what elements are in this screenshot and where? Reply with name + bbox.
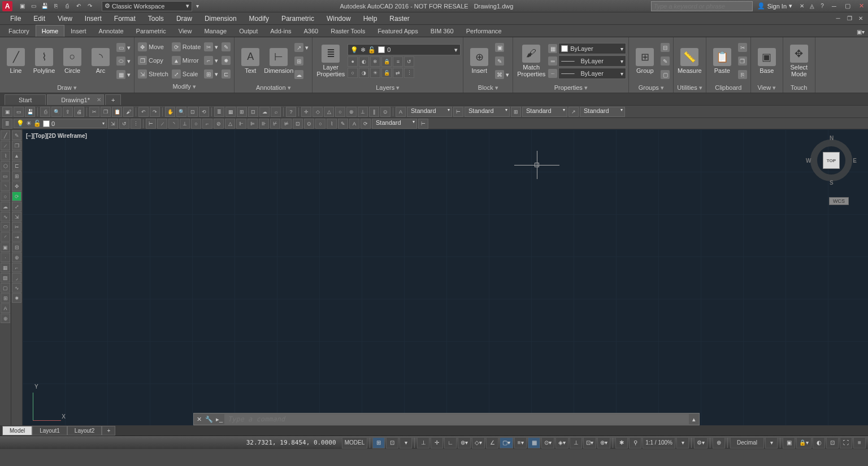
tb-open-icon[interactable]: ▭ [14, 107, 24, 117]
revcloud-button[interactable]: ☁ [293, 68, 310, 81]
grid-toggle[interactable]: ⊞ [372, 437, 385, 448]
panel-draw-title[interactable]: Draw [1, 84, 133, 92]
start-tab[interactable]: Start [5, 94, 46, 105]
annotation-visibility-toggle[interactable]: ✱ [615, 437, 628, 448]
tab-view[interactable]: View [172, 25, 198, 37]
dim-jog-icon[interactable]: ⌐ [202, 119, 212, 129]
tb-match-icon[interactable]: 🖌 [123, 107, 133, 117]
dim-arc-icon[interactable]: ◝ [168, 119, 179, 129]
tab-insert[interactable]: Insert [64, 25, 93, 37]
tab-parametric[interactable]: Parametric [130, 25, 172, 37]
search-input[interactable] [651, 1, 753, 11]
layer-thaw-icon[interactable]: ☀ [370, 68, 380, 78]
menu-edit[interactable]: Edit [28, 14, 51, 24]
cmdline-config-icon[interactable]: 🔧 [204, 416, 214, 423]
dim-ang-icon[interactable]: △ [225, 119, 235, 129]
layer-unlock-icon[interactable]: 🔓 [381, 68, 392, 78]
copy-clip-button[interactable]: ❐ [737, 55, 748, 67]
lt-fillet2-icon[interactable]: ◞ [12, 273, 21, 282]
viewcube-west[interactable]: W [806, 158, 811, 164]
group-button[interactable]: ⊞Group [631, 40, 658, 82]
tb-osnap3-icon[interactable]: △ [324, 107, 334, 117]
sign-in-button[interactable]: 👤 Sign In ▾ [753, 2, 797, 10]
model-space-button[interactable]: MODEL [342, 437, 368, 448]
dim-style-btn-icon[interactable]: ⊢ [418, 119, 428, 129]
tb-osnap8-icon[interactable]: ⊙ [380, 107, 390, 117]
textstyle-dropdown[interactable]: Standard [407, 107, 452, 117]
table-button[interactable]: ⊞ [293, 55, 310, 67]
units-button[interactable]: Decimal [730, 437, 764, 448]
dim-qdim-icon[interactable]: ⊩ [236, 119, 246, 129]
lt-ellipse-icon[interactable]: ⬭ [1, 222, 10, 232]
layer-dropdown[interactable]: 💡 ❄ 🔓 0 [348, 44, 461, 55]
tb-undo-icon[interactable]: ↶ [138, 107, 149, 117]
dim-aligned-icon[interactable]: ⟋ [157, 119, 167, 129]
customize-icon[interactable]: ≡ [853, 437, 866, 448]
doc-restore-icon[interactable]: ❐ [844, 14, 854, 24]
linetype-dropdown[interactable]: ─── ByLayer [558, 68, 626, 79]
tb-props-icon[interactable]: ≣ [214, 107, 224, 117]
tb-pan-icon[interactable]: ✋ [165, 107, 175, 117]
tab-performance[interactable]: Performance [460, 25, 508, 37]
snap-dd-icon[interactable]: ▾ [400, 437, 412, 448]
layer-uniso-icon[interactable]: ◑ [359, 68, 369, 78]
dim-break-icon[interactable]: ⊭ [281, 119, 292, 129]
trim-button[interactable]: ✂▾ [203, 41, 219, 53]
menu-help[interactable]: Help [358, 14, 383, 24]
edit-block-button[interactable]: ✎ [494, 55, 510, 67]
open-icon[interactable]: ▭ [28, 1, 38, 11]
tb-dc-icon[interactable]: ▦ [225, 107, 236, 117]
lineweight-dropdown[interactable]: ─── ByLayer [558, 55, 626, 67]
lt-copy2-icon[interactable]: ❐ [12, 141, 21, 150]
mlstyle-dropdown[interactable]: Standard [580, 107, 625, 117]
erase-button[interactable]: ✎ [220, 41, 232, 53]
group-edit-button[interactable]: ✎ [659, 55, 671, 67]
color-dropdown[interactable]: ByLayer [558, 43, 626, 54]
ellipse-button[interactable]: ⬭▾ [115, 55, 132, 67]
help-icon[interactable]: ? [817, 1, 827, 11]
layer-walk-icon[interactable]: ⋮ [404, 68, 414, 78]
lineweight-toggle[interactable]: ≡▾ [514, 437, 527, 448]
create-block-button[interactable]: ▣ [494, 41, 510, 54]
lt-earc-icon[interactable]: ◜ [1, 232, 10, 242]
menu-dimension[interactable]: Dimension [199, 14, 242, 24]
command-input[interactable] [224, 414, 689, 424]
arc-button[interactable]: ◝Arc [87, 40, 114, 82]
clip-button[interactable]: ⎘ [737, 68, 748, 81]
lt-scale2-icon[interactable]: ⤢ [12, 202, 21, 211]
saveas-icon[interactable]: ⎘ [51, 1, 61, 11]
viewcube-top-face[interactable]: TOP [823, 152, 840, 169]
panel-properties-title[interactable]: Properties [514, 84, 627, 92]
layer-change-icon[interactable]: ⇄ [393, 68, 403, 78]
otrack-toggle[interactable]: ∠ [486, 437, 498, 448]
dim-cont-icon[interactable]: ⊪ [259, 119, 269, 129]
layout-tab-2[interactable]: Layout2 [67, 426, 102, 435]
tb-ssm-icon[interactable]: ⊡ [248, 107, 258, 117]
tb-save-icon[interactable]: 💾 [25, 107, 35, 117]
lt-pline-icon[interactable]: ⌇ [1, 151, 10, 160]
lt-region-icon[interactable]: ▢ [1, 283, 10, 293]
menu-view[interactable]: View [52, 14, 78, 24]
menu-insert[interactable]: Insert [79, 14, 107, 24]
fillet-button[interactable]: ⌐▾ [203, 54, 219, 67]
doc-close-icon[interactable]: ✕ [856, 14, 866, 24]
annotation-monitor-icon[interactable]: ⊕ [713, 437, 725, 448]
lt-explode2-icon[interactable]: ✸ [12, 293, 21, 303]
lt-addsel-icon[interactable]: ⊕ [1, 313, 10, 323]
viewport-label[interactable]: [−][Top][2D Wireframe] [26, 133, 87, 139]
rectangle-button[interactable]: ▭▾ [115, 41, 132, 54]
ribbon-minimize-icon[interactable]: ▣▾ [856, 27, 866, 37]
close-button[interactable]: ✕ [854, 1, 868, 12]
layer-off-icon[interactable]: ● [348, 56, 358, 67]
tb-new-icon[interactable]: ▣ [2, 107, 12, 117]
dim-insp-icon[interactable]: ○ [315, 119, 326, 129]
layer-iso-icon[interactable]: ◐ [359, 56, 369, 67]
menu-draw[interactable]: Draw [171, 14, 198, 24]
annotation-scale-dd-icon[interactable]: ▾ [676, 437, 689, 448]
layout-tab-add[interactable]: + [102, 426, 115, 435]
tab-output[interactable]: Output [233, 25, 264, 37]
tb-help-icon[interactable]: ? [286, 107, 296, 117]
gizmo-toggle[interactable]: ⊕▾ [597, 437, 610, 448]
iso-toggle[interactable]: ◇▾ [472, 437, 485, 448]
viewcube-north[interactable]: N [830, 135, 834, 141]
